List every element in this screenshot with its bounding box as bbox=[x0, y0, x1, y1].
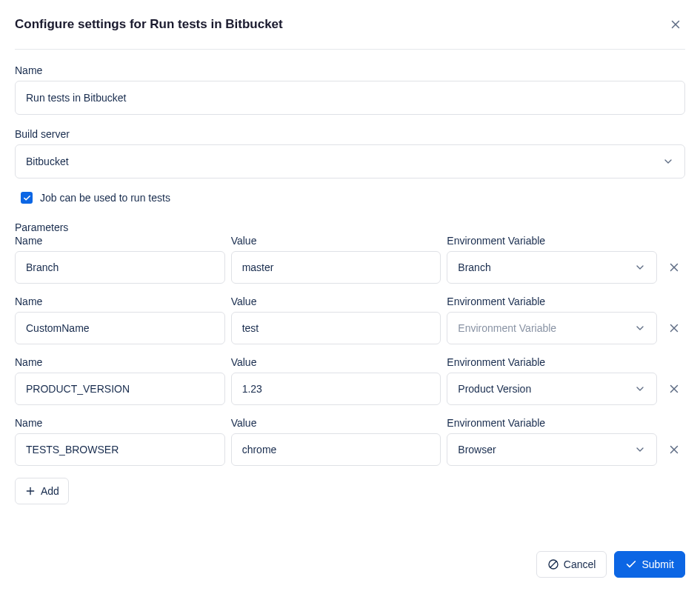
param-env-select[interactable]: Environment Variable bbox=[447, 312, 657, 344]
param-env-select[interactable]: Product Version bbox=[447, 373, 657, 405]
param-name-label: Name bbox=[15, 296, 225, 307]
cancel-icon bbox=[547, 558, 559, 570]
parameter-row: NameValueEnvironment VariableBrowser bbox=[15, 417, 685, 466]
param-env-value: Product Version bbox=[458, 383, 531, 395]
param-env-value: Browser bbox=[458, 444, 496, 455]
build-server-value: Bitbucket bbox=[26, 156, 69, 167]
param-name-input[interactable] bbox=[15, 251, 225, 284]
close-icon bbox=[669, 18, 682, 31]
remove-param-button[interactable] bbox=[663, 251, 685, 284]
param-env-label: Environment Variable bbox=[447, 356, 657, 368]
parameter-row: NameValueEnvironment VariableBranch bbox=[15, 235, 685, 284]
param-name-label: Name bbox=[15, 356, 225, 368]
param-env-value: Branch bbox=[458, 261, 490, 273]
parameter-row: NameValueEnvironment VariableProduct Ver… bbox=[15, 356, 685, 405]
dialog-title: Configure settings for Run tests in Bitb… bbox=[15, 17, 283, 32]
param-env-select[interactable]: Browser bbox=[447, 433, 657, 466]
remove-param-button[interactable] bbox=[663, 312, 685, 344]
close-icon bbox=[667, 321, 681, 335]
parameters-section-title: Parameters bbox=[15, 221, 685, 233]
param-value-label: Value bbox=[231, 296, 441, 307]
name-label: Name bbox=[15, 64, 685, 76]
param-value-label: Value bbox=[231, 356, 441, 368]
cancel-button[interactable]: Cancel bbox=[536, 551, 607, 578]
name-field-group: Name bbox=[15, 64, 685, 115]
param-value-input[interactable] bbox=[231, 312, 441, 344]
close-icon bbox=[667, 261, 681, 274]
param-env-value: Environment Variable bbox=[458, 322, 556, 334]
check-icon bbox=[23, 194, 31, 202]
param-env-label: Environment Variable bbox=[447, 235, 657, 247]
parameter-row: NameValueEnvironment VariableEnvironment… bbox=[15, 296, 685, 344]
submit-button-label: Submit bbox=[641, 558, 674, 570]
param-env-select[interactable]: Branch bbox=[447, 251, 657, 284]
param-value-input[interactable] bbox=[231, 251, 441, 284]
chevron-down-icon bbox=[634, 261, 646, 273]
chevron-down-icon bbox=[662, 156, 674, 167]
param-name-label: Name bbox=[15, 235, 225, 247]
run-tests-checkbox[interactable] bbox=[21, 192, 33, 204]
param-value-label: Value bbox=[231, 417, 441, 429]
remove-param-button[interactable] bbox=[663, 433, 685, 466]
run-tests-checkbox-label: Job can be used to run tests bbox=[40, 192, 170, 204]
plus-icon bbox=[24, 485, 36, 497]
submit-button[interactable]: Submit bbox=[614, 551, 685, 578]
param-value-label: Value bbox=[231, 235, 441, 247]
param-value-input[interactable] bbox=[231, 373, 441, 405]
close-button[interactable] bbox=[666, 15, 685, 34]
dialog-footer: Cancel Submit bbox=[536, 551, 685, 578]
param-name-input[interactable] bbox=[15, 312, 225, 344]
check-icon bbox=[625, 558, 637, 570]
param-env-label: Environment Variable bbox=[447, 417, 657, 429]
chevron-down-icon bbox=[634, 383, 646, 395]
svg-line-13 bbox=[550, 561, 556, 567]
param-value-input[interactable] bbox=[231, 433, 441, 466]
param-env-label: Environment Variable bbox=[447, 296, 657, 307]
build-server-select[interactable]: Bitbucket bbox=[15, 144, 685, 178]
cancel-button-label: Cancel bbox=[564, 558, 596, 570]
param-name-input[interactable] bbox=[15, 373, 225, 405]
chevron-down-icon bbox=[634, 444, 646, 455]
dialog-header: Configure settings for Run tests in Bitb… bbox=[15, 15, 685, 50]
param-name-label: Name bbox=[15, 417, 225, 429]
run-tests-checkbox-row: Job can be used to run tests bbox=[21, 192, 685, 204]
param-name-input[interactable] bbox=[15, 433, 225, 466]
close-icon bbox=[667, 382, 681, 396]
remove-param-button[interactable] bbox=[663, 373, 685, 405]
add-button-label: Add bbox=[41, 485, 59, 497]
chevron-down-icon bbox=[634, 322, 646, 334]
name-input[interactable] bbox=[15, 81, 685, 115]
close-icon bbox=[667, 443, 681, 456]
build-server-label: Build server bbox=[15, 128, 685, 140]
add-button[interactable]: Add bbox=[15, 478, 69, 504]
build-server-field-group: Build server Bitbucket bbox=[15, 128, 685, 178]
